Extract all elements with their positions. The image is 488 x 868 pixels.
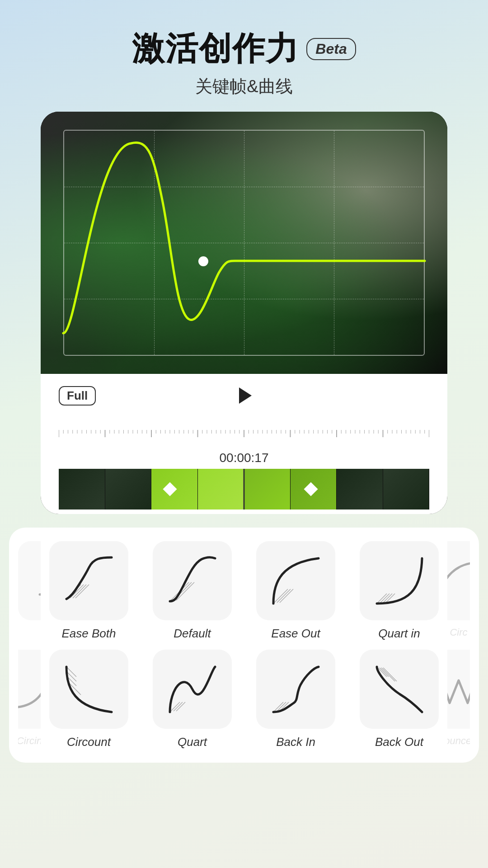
timeline-strip[interactable] [59, 469, 429, 509]
default-label: Default [174, 627, 211, 641]
easing-grid-row2: Circount Quart [41, 650, 447, 749]
beta-badge: Beta [306, 38, 356, 60]
easing-grid-row1: Ease Both Default [41, 541, 447, 641]
quart-icon [165, 662, 220, 717]
easing-item-ease-both[interactable]: Ease Both [41, 541, 137, 641]
partial-right-2: Bounce-J [447, 650, 470, 747]
easing-row-2-wrapper: Circin [18, 650, 470, 749]
partial-left-2: Circin [18, 650, 41, 747]
easing-item-back-out[interactable]: Back Out [351, 650, 447, 749]
easing-row-1-wrapper: Ease Both Default [18, 541, 470, 641]
easing-card-quart-in[interactable] [360, 541, 439, 620]
circin-label: Circin [18, 735, 41, 747]
timeline-ruler: // We'll draw this inline [59, 412, 429, 426]
easing-card-container: Ease Both Default [9, 528, 479, 763]
ease-out-icon [269, 554, 323, 608]
easing-card-back-in[interactable] [256, 650, 335, 729]
circ-curve-icon [447, 558, 470, 604]
ruler-svg: // We'll draw this inline [59, 412, 429, 426]
circount-icon [62, 662, 116, 717]
bezier-curve [41, 112, 447, 374]
video-card: Full // We'll draw this inline [41, 112, 447, 514]
easing-item-quart[interactable]: Quart [144, 650, 240, 749]
curve-control-dot[interactable] [198, 256, 208, 266]
film-frame-2 [105, 469, 152, 509]
player-controls: Full // We'll draw this inline [41, 374, 447, 514]
easing-item-back-in[interactable]: Back In [248, 650, 344, 749]
circin-curve-icon [18, 667, 41, 712]
easing-card-ease-out[interactable] [256, 541, 335, 620]
back-in-label: Back In [276, 735, 315, 749]
page-title: 激活创作力 [132, 27, 299, 71]
play-icon [239, 387, 252, 404]
play-button[interactable] [231, 383, 257, 408]
easing-item-circount[interactable]: Circount [41, 650, 137, 749]
page-container: 激活创作力 Beta 关键帧&曲线 [0, 0, 488, 868]
title-row: 激活创作力 Beta [132, 27, 356, 71]
back-out-icon [372, 662, 427, 717]
subtitle: 关键帧&曲线 [132, 75, 356, 98]
back-in-icon [269, 662, 323, 717]
easing-card-circount[interactable] [49, 650, 128, 729]
easing-card-ease-both[interactable] [49, 541, 128, 620]
partial-left-1 [18, 541, 41, 620]
bounce-j-label: Bounce-J [447, 735, 470, 747]
quart-in-label: Quart in [378, 627, 420, 641]
easing-item-ease-out[interactable]: Ease Out [248, 541, 344, 641]
film-frame-5 [244, 469, 291, 509]
ease-both-icon [62, 554, 116, 608]
time-display: 00:00:17 [220, 451, 269, 465]
easing-item-default[interactable]: Default [144, 541, 240, 641]
controls-top-row: Full [59, 383, 429, 408]
easing-card-quart[interactable] [153, 650, 232, 729]
film-frame-1 [59, 469, 105, 509]
circ-label: Circ [450, 627, 467, 638]
default-icon [165, 554, 220, 608]
film-frame-8 [383, 469, 430, 509]
quart-label: Quart [178, 735, 207, 749]
video-preview[interactable] [41, 112, 447, 374]
back-out-label: Back Out [375, 735, 423, 749]
ease-out-label: Ease Out [271, 627, 320, 641]
bounce-j-curve-icon [447, 667, 470, 712]
quart-in-icon [372, 554, 427, 608]
ruler-ticks [59, 430, 429, 444]
ease-both-label: Ease Both [62, 627, 116, 641]
full-badge[interactable]: Full [59, 386, 96, 406]
film-frame-7 [337, 469, 383, 509]
header: 激活创作力 Beta 关键帧&曲线 [132, 27, 356, 98]
easing-card-default[interactable] [153, 541, 232, 620]
easing-card-back-out[interactable] [360, 650, 439, 729]
partial-s-curve-icon [35, 558, 41, 604]
film-frame-4 [198, 469, 244, 509]
circount-label: Circount [67, 735, 111, 749]
timeline-cursor[interactable] [244, 469, 245, 509]
easing-section-wrapper: Ease Both Default [0, 528, 488, 763]
easing-item-quart-in[interactable]: Quart in [351, 541, 447, 641]
partial-right-1: Circ [447, 541, 470, 638]
